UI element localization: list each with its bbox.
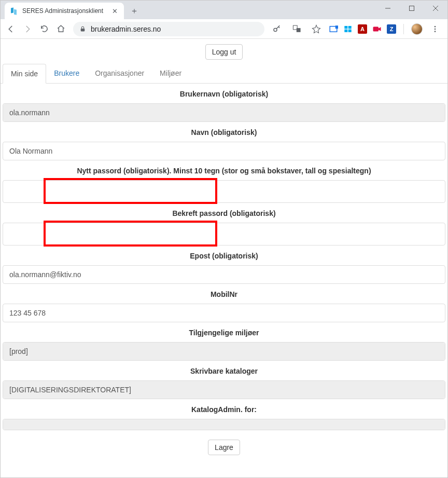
profile-avatar[interactable] (411, 23, 423, 35)
titlebar: SERES Administrasjonsklient ✕ ＋ (1, 1, 447, 19)
svg-rect-6 (81, 28, 85, 31)
env-row: [prod] (3, 342, 445, 361)
site-favicon (10, 7, 18, 15)
page-content: Logg ut Min side Brukere Organisasjoner … (1, 39, 447, 477)
tab-miljoer[interactable]: Miljøer (152, 64, 189, 83)
catalogs-value: [DIGITALISERINGSDIREKTORATET] (3, 381, 445, 399)
svg-point-17 (435, 26, 436, 28)
svg-rect-3 (410, 6, 414, 11)
svg-rect-16 (373, 26, 379, 31)
window-close-icon[interactable] (424, 1, 447, 16)
browser-tab-title: SERES Administrasjonsklient (22, 7, 106, 15)
window-controls (376, 1, 447, 16)
username-label: Brukernavn (obligatorisk) (1, 84, 447, 103)
svg-rect-9 (296, 28, 300, 32)
logout-button[interactable]: Logg ut (205, 44, 243, 60)
username-row: ola.normann (3, 103, 445, 122)
svg-point-7 (274, 28, 277, 31)
username-value: ola.normann (3, 104, 445, 121)
catalogs-label: Skrivbare kataloger (1, 361, 447, 380)
name-row (3, 142, 445, 160)
new-tab-button[interactable]: ＋ (127, 4, 142, 18)
email-input[interactable] (3, 266, 445, 283)
mobile-label: MobilNr (1, 284, 447, 304)
window-minimize-icon[interactable] (376, 1, 400, 16)
confirmpass-row (3, 223, 445, 245)
forward-button[interactable] (20, 22, 35, 36)
newpass-row (3, 180, 445, 203)
tab-brukere[interactable]: Brukere (46, 64, 87, 83)
mobile-row (3, 304, 445, 322)
browser-toolbar: brukeradmin.seres.no A Z (1, 19, 447, 39)
confirm-password-input[interactable] (3, 223, 445, 245)
confirmpass-label: Bekreft passord (obligatorisk) (1, 203, 447, 223)
extension-icon-1[interactable] (329, 24, 338, 34)
svg-rect-0 (11, 8, 13, 13)
star-icon[interactable] (309, 22, 324, 36)
svg-rect-11 (335, 25, 338, 29)
browser-tab[interactable]: SERES Administrasjonsklient ✕ (5, 3, 124, 19)
env-value: [prod] (3, 343, 445, 360)
mobile-input[interactable] (3, 304, 445, 322)
catalogadmin-label: KatalogAdmin. for: (1, 399, 447, 419)
catalogadmin-value (3, 419, 445, 430)
user-form: Brukernavn (obligatorisk) ola.normann Na… (1, 84, 447, 465)
translate-icon[interactable] (289, 22, 304, 36)
url-text: brukeradmin.seres.no (91, 25, 161, 33)
email-label: Epost (obligatorisk) (1, 245, 447, 265)
menu-icon[interactable] (428, 22, 442, 36)
address-bar[interactable]: brukeradmin.seres.no (73, 22, 264, 36)
tab-organisasjoner[interactable]: Organisasjoner (87, 64, 152, 83)
nav-tabs: Min side Brukere Organisasjoner Miljøer (1, 64, 447, 84)
svg-rect-15 (348, 29, 352, 32)
toolbar-divider (403, 24, 404, 34)
svg-point-18 (435, 28, 436, 30)
new-password-input[interactable] (3, 181, 445, 202)
newpass-label: Nytt passord (obligatorisk). Minst 10 te… (1, 160, 447, 180)
name-input[interactable] (3, 142, 445, 160)
svg-rect-1 (14, 9, 17, 15)
svg-rect-12 (344, 26, 347, 29)
extension-video-icon[interactable] (372, 24, 382, 34)
reload-button[interactable] (37, 22, 51, 36)
extension-adobe-icon[interactable]: A (358, 24, 367, 34)
extension-z-icon[interactable]: Z (387, 24, 396, 34)
tab-min-side[interactable]: Min side (3, 64, 46, 84)
catalogadmin-row (3, 419, 445, 430)
back-button[interactable] (4, 22, 18, 36)
home-button[interactable] (53, 22, 68, 36)
toolbar-actions: A Z (270, 22, 444, 36)
svg-rect-13 (348, 26, 352, 29)
lock-icon (79, 25, 87, 33)
email-row (3, 265, 445, 284)
svg-point-19 (435, 31, 436, 32)
key-icon[interactable] (270, 22, 284, 36)
browser-window: SERES Administrasjonsklient ✕ ＋ brukerad… (0, 0, 448, 478)
window-maximize-icon[interactable] (400, 1, 424, 16)
name-label: Navn (obligatorisk) (1, 122, 447, 142)
extension-windows-icon[interactable] (343, 24, 353, 34)
tab-close-icon[interactable]: ✕ (110, 7, 119, 15)
svg-rect-14 (344, 29, 347, 32)
save-button[interactable]: Lagre (208, 440, 240, 455)
env-label: Tilgjengelige miljøer (1, 322, 447, 342)
catalogs-row: [DIGITALISERINGSDIREKTORATET] (3, 380, 445, 399)
